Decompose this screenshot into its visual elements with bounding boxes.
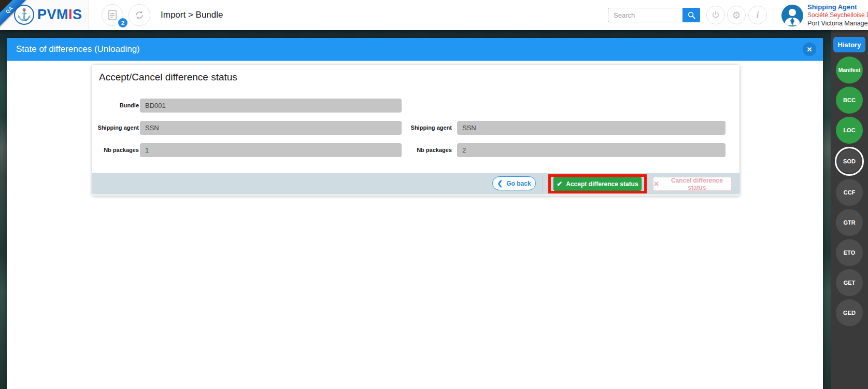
chevron-left-icon: ❮: [497, 179, 503, 187]
difference-status-card: Accept/Cancel difference status Bundle S…: [92, 65, 739, 196]
shipping-agent-left-field[interactable]: [140, 121, 402, 135]
card-title: Accept/Cancel difference status: [99, 72, 237, 83]
refresh-button[interactable]: [129, 4, 150, 26]
user-avatar[interactable]: [781, 5, 803, 26]
shipping-agent-right-field[interactable]: [457, 121, 725, 135]
person-icon: [781, 5, 803, 26]
step-bcc[interactable]: BCC: [836, 87, 863, 114]
user-role: Shipping Agent: [807, 3, 868, 11]
power-icon: [711, 10, 720, 20]
user-organization: Port Victoria Managem: [807, 19, 868, 27]
step-loc[interactable]: LOC: [836, 117, 863, 144]
refresh-icon: [134, 10, 145, 20]
gears-icon: ⚙: [732, 10, 741, 20]
modal-close-button[interactable]: ✕: [803, 43, 816, 56]
pvmis-logo[interactable]: ⚓: [14, 5, 34, 25]
anchor-icon: ⚓: [17, 8, 32, 22]
step-eto[interactable]: ETO: [836, 239, 863, 266]
modal-header: State of differences (Unloading) ✕: [7, 38, 823, 61]
go-back-button[interactable]: ❮ Go back: [492, 176, 536, 190]
bundle-field[interactable]: [140, 99, 402, 113]
step-sod[interactable]: SOD: [835, 147, 864, 176]
settings-button[interactable]: ⚙: [727, 6, 746, 24]
workflow-sidebar: History Manifest BCC LOC SOD CCF GTR ETO…: [831, 30, 868, 389]
bundle-label: Bundle: [61, 102, 139, 108]
x-icon: ✕: [653, 180, 659, 188]
user-info[interactable]: Shipping Agent Société Seychelloise D Po…: [807, 3, 868, 29]
brand-panel: QA ⚓ PVMIS: [0, 0, 89, 30]
modal-title: State of differences (Unloading): [7, 38, 823, 61]
history-button[interactable]: History: [833, 37, 865, 52]
document-icon: [108, 10, 117, 20]
breadcrumb: Import > Bundle: [161, 0, 223, 30]
brand-name: PVMIS: [37, 7, 82, 23]
header-divider: [774, 5, 774, 25]
check-icon: ✔: [557, 180, 562, 188]
cancel-difference-status-button[interactable]: ✕ Cancel difference status: [653, 177, 732, 191]
search-bar: [608, 8, 700, 22]
step-gtr[interactable]: GTR: [836, 209, 863, 236]
search-button[interactable]: [682, 8, 700, 22]
notification-badge: 2: [117, 17, 129, 29]
close-icon: ✕: [807, 46, 813, 53]
accept-difference-status-button[interactable]: ✔ Accept difference status: [553, 177, 642, 191]
info-icon: i: [756, 10, 759, 20]
shipping-agent-left-label: Shipping agent: [61, 124, 139, 131]
footer-divider: [543, 175, 543, 192]
logout-button[interactable]: [706, 6, 725, 24]
step-ccf[interactable]: CCF: [836, 179, 863, 206]
step-manifest[interactable]: Manifest: [836, 57, 863, 84]
info-button[interactable]: i: [748, 6, 767, 24]
shipping-agent-right-label: Shipping agent: [374, 124, 452, 131]
search-icon: [687, 11, 696, 20]
card-footer: ❮ Go back ✔ Accept difference status ✕ C…: [92, 173, 739, 195]
step-ged[interactable]: GED: [836, 299, 863, 326]
nb-packages-right-label: Nb packages: [374, 147, 452, 153]
state-of-differences-modal: State of differences (Unloading) ✕ Accep…: [7, 38, 823, 389]
step-get[interactable]: GET: [836, 269, 863, 296]
top-bar: QA ⚓ PVMIS 2 Import > Bundle ⚙ i: [0, 0, 868, 30]
nb-packages-left-field[interactable]: [140, 143, 402, 157]
nb-packages-left-label: Nb packages: [61, 147, 139, 153]
nb-packages-right-field[interactable]: [457, 143, 725, 157]
user-company: Société Seychelloise D: [807, 11, 868, 19]
search-input[interactable]: [608, 8, 682, 22]
